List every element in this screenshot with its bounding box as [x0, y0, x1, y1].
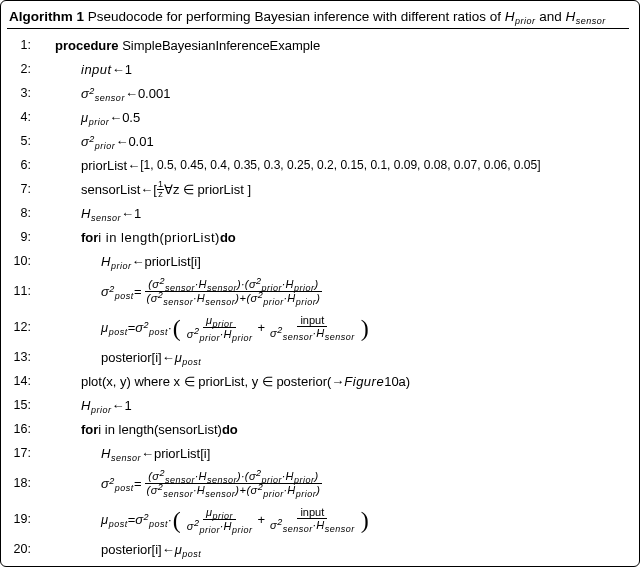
code-line: 20: posterior[i] ← μpost: [7, 537, 629, 561]
line-number: 9:: [7, 230, 35, 244]
line-number: 6:: [7, 158, 35, 172]
frac-one-over-z: 1 z: [157, 180, 164, 199]
procedure-name: SimpleBayesianInferenceExample: [122, 38, 320, 53]
mu-term2-fraction: input σ2sensor·Hsensor: [267, 506, 358, 532]
var-sigma2-sensor: σ2sensor: [81, 86, 125, 101]
var-sigma2-post: σ2post: [101, 284, 134, 299]
code-line: 10: Hprior ← priorList[i]: [7, 249, 629, 273]
var-sensorlist: sensorList: [81, 182, 140, 197]
keyword-do: do: [220, 230, 236, 245]
line-number: 14:: [7, 374, 35, 388]
algorithm-box: Algorithm 1 Pseudocode for performing Ba…: [0, 0, 640, 567]
line-number: 19:: [7, 512, 35, 526]
mu-term2-fraction: input σ2sensor·Hsensor: [267, 314, 358, 340]
code-line: 19: μpost = σ2post · ( μprior σ2prior·Hp…: [7, 501, 629, 537]
code-line: 13: posterior[i] ← μpost: [7, 345, 629, 369]
line-number: 10:: [7, 254, 35, 268]
priorlist-values: [1, 0.5, 0.45, 0.4, 0.35, 0.3, 0.25, 0.2…: [140, 158, 540, 172]
figure-ref: Figure: [344, 374, 384, 389]
keyword-procedure: procedure: [55, 38, 119, 53]
line-number: 8:: [7, 206, 35, 220]
var-input: input: [81, 62, 112, 77]
algorithm-caption: Pseudocode for performing Bayesian infer…: [88, 9, 505, 24]
mu-term1-fraction: μprior σ2prior·Hprior: [184, 506, 256, 533]
line-number: 7:: [7, 182, 35, 196]
code-line: 3: σ2sensor ← 0.001: [7, 81, 629, 105]
algorithm-label: Algorithm 1: [9, 9, 84, 24]
mu-term1-fraction: μprior σ2prior·Hprior: [184, 314, 256, 341]
var-mu-post: μpost: [101, 320, 128, 335]
code-line: 8: Hsensor ← 1: [7, 201, 629, 225]
line-number: 15:: [7, 398, 35, 412]
var-sigma2-prior: σ2prior: [81, 134, 115, 149]
line-number: 5:: [7, 134, 35, 148]
line-number: 2:: [7, 62, 35, 76]
var-h-prior: Hprior: [81, 398, 111, 413]
var-posterior-i: posterior[i]: [101, 542, 162, 557]
line-number: 17:: [7, 446, 35, 460]
algorithm-body: 1: procedure SimpleBayesianInferenceExam…: [7, 29, 629, 567]
line-number: 16:: [7, 422, 35, 436]
line-number: 1:: [7, 38, 35, 52]
code-line: 2: input ← 1: [7, 57, 629, 81]
code-line: 1: procedure SimpleBayesianInferenceExam…: [7, 33, 629, 57]
code-line: 18: σ2post = (σ2sensor·Hsensor)·(σ2prior…: [7, 465, 629, 501]
line-number: 4:: [7, 110, 35, 124]
code-line: 6: priorList ← [1, 0.5, 0.45, 0.4, 0.35,…: [7, 153, 629, 177]
algorithm-title: Algorithm 1 Pseudocode for performing Ba…: [7, 7, 629, 29]
code-line: 12: μpost = σ2post · ( μprior σ2prior·Hp…: [7, 309, 629, 345]
var-sigma2-post: σ2post: [101, 476, 134, 491]
sigma2-post-fraction: (σ2sensor·Hsensor)·(σ2prior·Hprior) (σ2s…: [143, 470, 323, 497]
var-h-sensor: Hsensor: [101, 446, 141, 461]
line-number: 13:: [7, 350, 35, 364]
line-number: 20:: [7, 542, 35, 556]
code-line: 14: plot(x, y) where x ∈ priorList, y ∈ …: [7, 369, 629, 393]
title-h-sensor: Hsensor: [566, 9, 606, 24]
line-number: 3:: [7, 86, 35, 100]
title-h-prior: Hprior: [505, 9, 536, 24]
code-line: 11: σ2post = (σ2sensor·Hsensor)·(σ2prior…: [7, 273, 629, 309]
var-h-prior: Hprior: [101, 254, 131, 269]
code-line: 21: plot(x, y) where x ∈ sensorList, y ∈…: [7, 561, 629, 567]
var-posterior-i: posterior[i]: [101, 350, 162, 365]
keyword-for: for: [81, 422, 98, 437]
code-line: 9: for i in length(priorList) do: [7, 225, 629, 249]
keyword-for: for: [81, 230, 98, 245]
line-number: 12:: [7, 320, 35, 334]
code-line: 7: sensorList ← [ 1 z ∀z ∈ priorList ]: [7, 177, 629, 201]
code-line: 15: Hprior ← 1: [7, 393, 629, 417]
var-mu-post: μpost: [101, 512, 128, 527]
sigma2-post-fraction: (σ2sensor·Hsensor)·(σ2prior·Hprior) (σ2s…: [143, 278, 323, 305]
code-line: 16: for i in length(sensorList) do: [7, 417, 629, 441]
code-line: 4: μprior ← 0.5: [7, 105, 629, 129]
var-priorlist: priorList: [81, 158, 127, 173]
line-number: 18:: [7, 476, 35, 490]
code-line: 5: σ2prior ← 0.01: [7, 129, 629, 153]
code-line: 17: Hsensor ← priorList[i]: [7, 441, 629, 465]
line-number: 11:: [7, 284, 35, 298]
var-h-sensor: Hsensor: [81, 206, 121, 221]
keyword-do: do: [222, 422, 238, 437]
var-mu-prior: μprior: [81, 110, 109, 125]
